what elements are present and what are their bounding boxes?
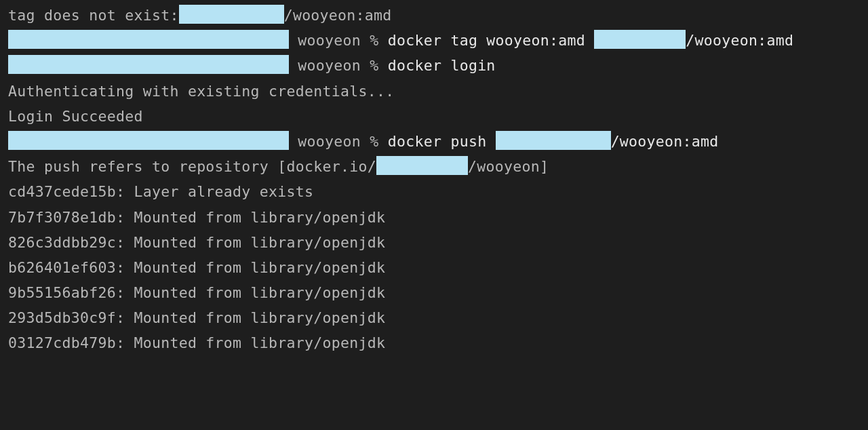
terminal-line-prompt: wooyeon % docker tag wooyeon:amd /wooyeo… (8, 28, 860, 53)
shell-prompt: wooyeon % (289, 133, 388, 150)
terminal-line-layer: 293d5db30c9f: Mounted from library/openj… (8, 305, 860, 330)
shell-command[interactable]: /wooyeon:amd (686, 32, 793, 49)
redacted-block (8, 55, 289, 74)
shell-command[interactable]: docker tag wooyeon:amd (388, 32, 595, 49)
terminal-line-output: Login Succeeded (8, 104, 860, 129)
redacted-block (594, 30, 686, 49)
redacted-block (376, 156, 468, 175)
terminal-text: tag does not exist: (8, 7, 179, 24)
terminal-text: /wooyeon:amd (284, 7, 392, 24)
terminal-line-layer: 826c3ddbb29c: Mounted from library/openj… (8, 230, 860, 255)
shell-command[interactable]: docker push (388, 133, 496, 150)
layer-status: 826c3ddbb29c: Mounted from library/openj… (8, 234, 385, 251)
terminal-text: Login Succeeded (8, 108, 143, 125)
terminal-text: The push refers to repository [docker.io… (8, 158, 376, 175)
shell-prompt: wooyeon % (289, 57, 388, 74)
terminal-line-prompt: wooyeon % docker push /wooyeon:amd (8, 129, 860, 154)
redacted-block (8, 131, 289, 150)
terminal-line-error: tag does not exist:/wooyeon:amd (8, 3, 860, 28)
redacted-block (496, 131, 611, 150)
layer-status: 03127cdb479b: Mounted from library/openj… (8, 334, 385, 351)
terminal-line-layer: 03127cdb479b: Mounted from library/openj… (8, 330, 860, 355)
redacted-block (179, 5, 284, 24)
terminal-line-output: Authenticating with existing credentials… (8, 79, 860, 104)
layer-status: 9b55156abf26: Mounted from library/openj… (8, 284, 385, 301)
terminal-line-layer: 9b55156abf26: Mounted from library/openj… (8, 280, 860, 305)
layer-status: b626401ef603: Mounted from library/openj… (8, 259, 385, 276)
terminal-text: Authenticating with existing credentials… (8, 83, 395, 100)
shell-command[interactable]: docker login (388, 57, 496, 74)
terminal-line-layer: 7b7f3078e1db: Mounted from library/openj… (8, 205, 860, 230)
terminal-line-layer: cd437cede15b: Layer already exists (8, 179, 860, 204)
terminal-line-output: The push refers to repository [docker.io… (8, 154, 860, 179)
terminal-line-layer: b626401ef603: Mounted from library/openj… (8, 255, 860, 280)
shell-prompt: wooyeon % (289, 32, 388, 49)
terminal-text: /wooyeon] (468, 158, 549, 175)
layer-status: cd437cede15b: Layer already exists (8, 183, 313, 200)
shell-command[interactable]: /wooyeon:amd (611, 133, 719, 150)
redacted-block (8, 30, 289, 49)
layer-status: 7b7f3078e1db: Mounted from library/openj… (8, 209, 385, 226)
layer-status: 293d5db30c9f: Mounted from library/openj… (8, 309, 385, 326)
terminal-line-prompt: wooyeon % docker login (8, 53, 860, 78)
